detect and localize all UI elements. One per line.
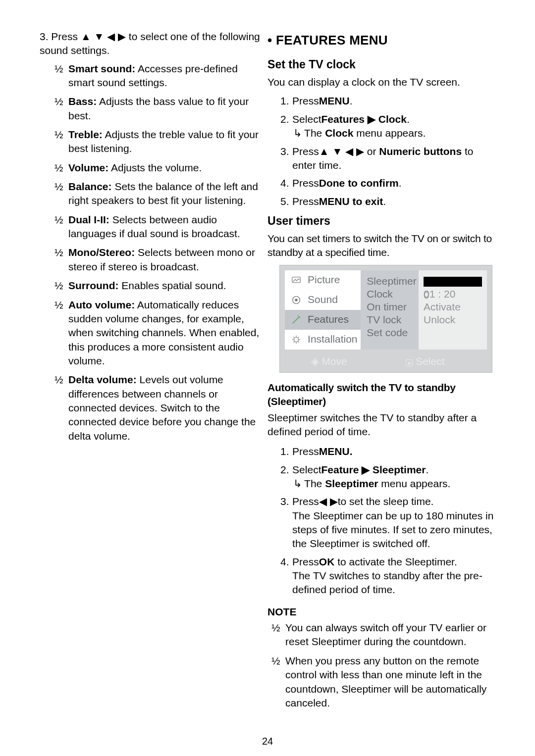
text-pre: The: [304, 478, 325, 489]
text-pre: Select: [292, 464, 321, 475]
path-part: Sleeptimer: [373, 464, 426, 475]
arrow-icons: ▲ ▼ ◀ ▶: [319, 146, 364, 157]
arrow-right-icon: ▶: [368, 113, 375, 125]
sleeptimer-heading: Automatically switch the TV to standby (…: [268, 381, 495, 409]
step-3-line: 3. Press ▲ ▼ ◀ ▶ to select one of the fo…: [40, 30, 263, 58]
text-mid: or: [364, 146, 379, 157]
item-name: Surround:: [68, 280, 118, 291]
sleeptimer-steps: 1. PressMENU. 2. SelectFeature ▶ Sleepti…: [268, 445, 495, 597]
features-menu-text: FEATURES MENU: [276, 33, 388, 48]
menu-value-column: 0 01 : 20 Activate Unlock: [419, 270, 487, 350]
path-part: Features: [321, 113, 365, 125]
menu-option-sleeptimer[interactable]: Sleeptimer: [367, 274, 419, 287]
menu-middle-column: Sleeptimer Clock On timer TV lock Set co…: [361, 270, 419, 350]
menu-option-setcode[interactable]: Set code: [367, 326, 419, 339]
clock-value[interactable]: 01 : 20: [424, 287, 482, 300]
sleeptimer-value[interactable]: 0: [424, 274, 482, 287]
item-name: Mono/Stereo:: [68, 247, 135, 258]
footer-select: ● Select: [368, 354, 482, 368]
features-menu-screenshot: Picture Sound Features Installation: [279, 265, 492, 373]
sidebar-item-label: Installation: [308, 332, 357, 346]
user-timers-intro: You can set timers to switch the TV on o…: [268, 232, 495, 260]
page-number: 24: [40, 735, 495, 748]
sleeptimer-input[interactable]: [424, 277, 482, 287]
text-pre: Press: [292, 146, 319, 157]
set-clock-steps: 1. PressMENU. 2. SelectFeatures ▶ Clock.…: [268, 94, 495, 208]
step: 1. PressMENU.: [280, 445, 495, 458]
footer-move: ◈ Move: [290, 354, 368, 368]
text-post: menu appears.: [378, 478, 451, 489]
item-name: Volume:: [68, 162, 108, 173]
menu-button-label: MENU: [319, 95, 350, 106]
result-line: The Sleeptimer menu appears.: [292, 477, 495, 491]
text-post: .: [426, 464, 428, 475]
gear-icon: [291, 334, 302, 345]
sidebar-item-features[interactable]: Features: [285, 310, 361, 330]
sidebar-item-sound[interactable]: Sound: [285, 290, 361, 310]
text-post: .: [350, 95, 353, 106]
path-part: Feature: [321, 464, 359, 475]
clock-word: Clock: [325, 127, 353, 139]
list-item: Dual I-II: Selects between audio languag…: [53, 213, 263, 241]
item-name: Bass:: [68, 96, 97, 107]
step: 4. PressDone to confirm.: [280, 176, 495, 190]
user-timers-heading: User timers: [268, 213, 495, 229]
set-clock-heading: Set the TV clock: [268, 57, 495, 72]
menu-option-clock[interactable]: Clock: [367, 287, 419, 300]
step: 2. SelectFeature ▶ Sleeptimer. The Sleep…: [280, 463, 495, 491]
sleeptimer-intro: Sleeptimer switches the TV to standby af…: [268, 411, 495, 439]
note-item: When you press any button on the remote …: [269, 654, 495, 710]
list-item: Balance: Sets the balance of the left an…: [53, 180, 263, 208]
step: 3. Press◀ ▶to set the sleep time. The Sl…: [280, 495, 495, 551]
text-post: .: [399, 177, 402, 189]
list-item: Mono/Stereo: Selects between mono or ste…: [53, 246, 263, 274]
set-clock-intro: You can display a clock on the TV screen…: [268, 75, 495, 89]
sidebar-item-picture[interactable]: Picture: [285, 270, 361, 290]
menu-option-tvlock[interactable]: TV lock: [367, 313, 419, 326]
text-pre: Press: [292, 496, 319, 507]
item-name: Balance:: [68, 181, 112, 192]
text-pre: Select: [292, 113, 321, 125]
menu-exit-label: MENU to exit: [319, 196, 383, 207]
ok-icon: ●: [406, 359, 413, 366]
step: 2. SelectFeatures ▶ Clock. The Clock men…: [280, 112, 495, 141]
features-menu-heading: • FEATURES MENU: [268, 32, 495, 49]
setcode-value: [424, 326, 482, 339]
menu-footer: ◈ Move ● Select: [285, 353, 487, 369]
arrow-icons: ▲ ▼ ◀ ▶: [81, 31, 126, 42]
list-item: Bass: Adjusts the bass value to fit your…: [53, 95, 263, 123]
arrow-icons: ◀ ▶: [319, 496, 338, 507]
footer-select-label: Select: [416, 355, 444, 367]
list-item: Treble: Adjusts the treble value to fit …: [53, 128, 263, 156]
list-item: Surround: Enables spatial sound.: [53, 279, 263, 293]
step: 4. PressOK to activate the Sleeptimer. T…: [280, 555, 495, 597]
ontimer-value[interactable]: Activate: [424, 300, 482, 313]
sidebar-item-label: Picture: [308, 273, 340, 287]
item-name: Auto volume:: [68, 299, 135, 310]
list-item: Delta volume: Levels out volume differen…: [53, 373, 263, 443]
text-pre: Press: [292, 196, 319, 207]
item-desc: Adjusts the volume.: [108, 162, 202, 173]
tvlock-value[interactable]: Unlock: [424, 313, 482, 326]
item-name: Treble:: [68, 129, 103, 140]
result-line: The Clock menu appears.: [292, 126, 495, 140]
speaker-icon: [291, 295, 302, 305]
path-part: Clock: [378, 113, 407, 125]
item-desc: Enables spatial sound.: [118, 280, 226, 291]
arrow-right-icon: ▶: [362, 464, 370, 475]
note-item: You can always switch off your TV earlie…: [269, 621, 495, 649]
list-item: Volume: Adjusts the volume.: [53, 161, 263, 175]
item-name: Dual I-II:: [68, 214, 109, 225]
text-pre: Press: [292, 177, 319, 189]
left-column: 3. Press ▲ ▼ ◀ ▶ to select one of the fo…: [40, 30, 263, 715]
sidebar-item-installation[interactable]: Installation: [285, 330, 361, 350]
right-column: • FEATURES MENU Set the TV clock You can…: [268, 30, 495, 715]
step: 3. Press▲ ▼ ◀ ▶ or Numeric buttons to en…: [280, 145, 495, 173]
text-pre: The: [304, 127, 325, 139]
footer-move-label: Move: [321, 355, 347, 367]
menu-option-ontimer[interactable]: On timer: [367, 300, 419, 313]
note-heading: NOTE: [268, 605, 495, 619]
sidebar-item-label: Sound: [308, 293, 338, 306]
text-post: .: [407, 113, 410, 125]
picture-icon: [291, 275, 302, 286]
